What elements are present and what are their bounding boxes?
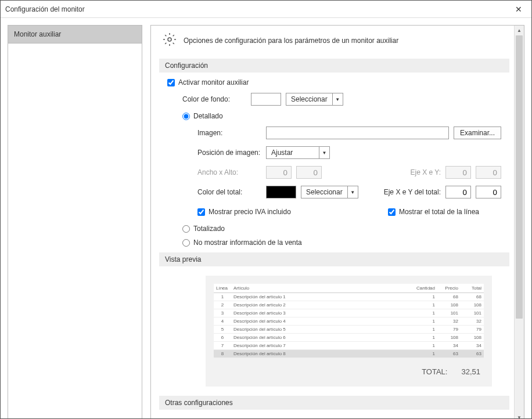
total-axis-x-input[interactable] [445, 186, 471, 198]
show-iva-label: Mostrar precio IVA incluido [209, 208, 291, 216]
config-form: Activar monitor auxiliar Color de fondo:… [159, 78, 509, 247]
sidebar-item-monitor-auxiliar[interactable]: Monitor auxiliar [8, 26, 142, 44]
image-path-input[interactable] [266, 127, 449, 139]
table-row: 8Descripción del artículo 816363 [214, 350, 484, 358]
show-line-total-checkbox[interactable] [388, 208, 396, 216]
show-line-total-checkbox-row: Mostrar el total de la línea [388, 208, 479, 216]
image-pos-label: Posición de imagen: [197, 149, 261, 157]
total-color-label: Color del total: [197, 188, 261, 196]
total-color-select-button[interactable]: Seleccionar ▼ [301, 186, 358, 198]
bg-color-select-button[interactable]: Seleccionar ▼ [286, 93, 343, 106]
preview-total-value: 32,51 [461, 367, 480, 376]
content-inner: Opciones de configuración para los parám… [151, 26, 514, 418]
mode-detailed-label: Detallado [193, 112, 223, 120]
scroll-down-icon[interactable]: ▼ [515, 413, 524, 418]
col-line: Línea [214, 284, 231, 293]
total-color-row: Color del total: Seleccionar ▼ Eje X e Y… [197, 185, 501, 199]
col-qty: Cantidad [408, 284, 437, 293]
panel-title: Opciones de configuración para los parám… [184, 37, 398, 45]
col-article: Artículo [231, 284, 408, 293]
preview-total-label: TOTAL: [422, 367, 447, 376]
svg-point-0 [168, 38, 171, 41]
axis-y-input [476, 166, 501, 179]
chevron-down-icon: ▼ [319, 147, 329, 158]
mode-totalized-row: Totalizado [182, 225, 501, 233]
chevron-down-icon: ▼ [347, 186, 358, 198]
col-total: Total [461, 284, 484, 293]
image-pos-select[interactable]: Ajustar ▼ [266, 146, 330, 159]
table-row: 5Descripción del artículo 517979 [214, 326, 484, 334]
scroll-up-icon[interactable]: ▲ [515, 26, 524, 35]
bg-color-row: Color de fondo: Seleccionar ▼ [182, 92, 501, 106]
image-row: Imagen: Examinar... [197, 126, 501, 140]
mode-totalized-radio[interactable] [182, 225, 190, 233]
titlebar: Configuración del monitor ✕ [1, 1, 531, 18]
mode-none-label: No mostrar información de la venta [193, 239, 302, 247]
dims-label: Ancho x Alto: [197, 168, 261, 176]
close-button[interactable]: ✕ [511, 3, 527, 15]
scrollbar[interactable]: ▲ ▼ [514, 26, 524, 418]
mode-none-radio[interactable] [182, 239, 190, 247]
gear-icon [163, 32, 177, 48]
bg-color-label: Color de fondo: [182, 95, 246, 103]
show-iva-checkbox[interactable] [197, 208, 205, 216]
monitor-config-window: Configuración del monitor ✕ Monitor auxi… [0, 0, 532, 419]
sidebar: Monitor auxiliar [8, 25, 142, 418]
scroll-thumb[interactable] [516, 35, 523, 319]
table-row: 4Descripción del artículo 413232 [214, 317, 484, 326]
section-header-preview: Vista previa [159, 252, 509, 266]
mode-detailed-radio[interactable] [182, 113, 190, 120]
activate-monitor-checkbox[interactable] [167, 79, 175, 86]
window-title: Configuración del monitor [5, 5, 511, 13]
preview-box: Línea Artículo Cantidad Precio Total 1De… [206, 276, 492, 387]
activate-monitor-checkbox-row: Activar monitor auxiliar [167, 78, 501, 86]
close-icon: ✕ [515, 5, 522, 14]
scroll-track[interactable] [515, 35, 524, 413]
total-color-swatch [266, 186, 296, 198]
table-row: 3Descripción del artículo 31101101 [214, 309, 484, 317]
image-label: Imagen: [197, 129, 261, 137]
table-header-row: Línea Artículo Cantidad Precio Total [214, 284, 484, 293]
table-row: 2Descripción del artículo 21108108 [214, 301, 484, 309]
axis-x-input [445, 166, 471, 179]
content-panel: Opciones de configuración para los parám… [150, 25, 524, 418]
mode-none-row: No mostrar información de la venta [182, 239, 501, 247]
total-axis-y-input[interactable] [476, 186, 501, 198]
chevron-down-icon: ▼ [332, 93, 343, 105]
table-row: 6Descripción del artículo 61108108 [214, 334, 484, 342]
table-row: 1Descripción del artículo 116868 [214, 293, 484, 301]
image-pos-row: Posición de imagen: Ajustar ▼ [197, 146, 501, 160]
preview-table: Línea Artículo Cantidad Precio Total 1De… [214, 284, 484, 358]
bg-color-swatch [251, 93, 281, 106]
content-wrapper: Monitor auxiliar Opciones de configur [1, 18, 531, 418]
browse-button[interactable]: Examinar... [454, 127, 501, 139]
mode-detailed-row: Detallado [182, 112, 501, 120]
table-row: 7Descripción del artículo 713434 [214, 342, 484, 350]
axis-label: Eje X e Y: [411, 168, 441, 176]
main-area: Monitor auxiliar Opciones de configur [8, 25, 524, 418]
show-iva-checkbox-row: Mostrar precio IVA incluido [197, 208, 291, 216]
activate-monitor-label: Activar monitor auxiliar [178, 78, 249, 86]
height-input [296, 166, 322, 179]
panel-header: Opciones de configuración para los parám… [159, 32, 509, 48]
mode-totalized-label: Totalizado [193, 225, 225, 233]
show-line-total-label: Mostrar el total de la línea [399, 208, 479, 216]
preview-total-row: TOTAL: 32,51 [214, 358, 484, 378]
col-price: Precio [437, 284, 461, 293]
show-flags-row: Mostrar precio IVA incluido Mostrar el t… [197, 205, 501, 219]
total-axis-label: Eje X e Y del total: [384, 188, 441, 196]
width-input [266, 166, 292, 179]
section-header-other: Otras configuraciones [159, 396, 509, 410]
dims-row: Ancho x Alto: Eje X e Y: [197, 165, 501, 179]
section-header-config: Configuración [159, 59, 509, 73]
sidebar-item-label: Monitor auxiliar [14, 30, 61, 38]
